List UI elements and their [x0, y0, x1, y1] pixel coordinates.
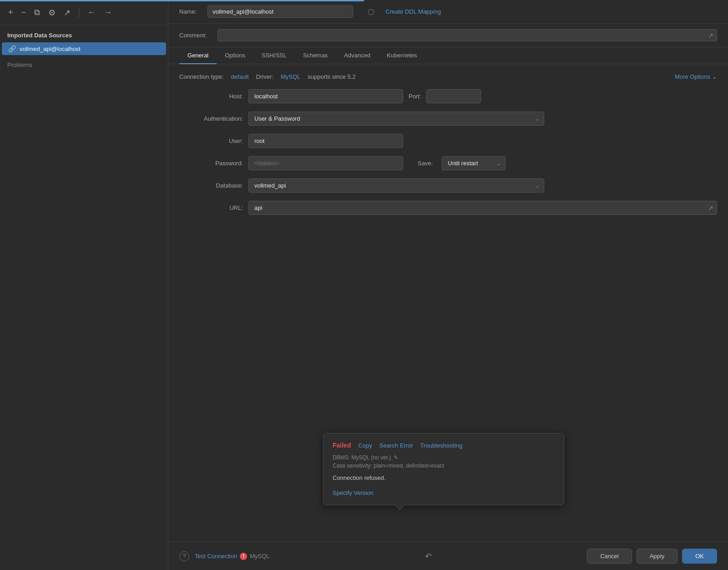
- driver-value[interactable]: MySQL: [281, 73, 300, 80]
- cancel-button[interactable]: Cancel: [587, 549, 632, 564]
- loading-bar: [0, 0, 364, 1]
- help-icon[interactable]: ?: [179, 551, 189, 561]
- port-label: Port:: [409, 93, 421, 100]
- test-connection-label: Test Connection: [195, 553, 237, 560]
- export-icon[interactable]: ↗: [62, 7, 72, 19]
- error-popup: Failed Copy Search Error Troubleshooting…: [323, 433, 564, 505]
- test-driver-label: MySQL: [250, 553, 269, 560]
- forward-icon[interactable]: →: [102, 7, 114, 18]
- test-connection-button[interactable]: Test Connection ! MySQL: [195, 553, 270, 560]
- connection-type-row: Connection type: default Driver: MySQL s…: [179, 73, 717, 80]
- back-icon[interactable]: ←: [86, 7, 97, 18]
- database-select-wrapper: vollmed_api ⌄: [248, 178, 544, 193]
- test-status-icon: !: [240, 553, 247, 560]
- topfields-row: Name: ◯ Create DDL Mapping: [168, 0, 728, 24]
- settings-icon[interactable]: ⚙: [46, 7, 57, 19]
- sidebar-item-label: vollmed_api@localhost: [20, 46, 81, 52]
- auth-label: Authentication:: [179, 115, 243, 122]
- tab-schemas[interactable]: Schemas: [295, 47, 336, 64]
- name-input[interactable]: [207, 5, 353, 18]
- database-select[interactable]: vollmed_api: [248, 178, 544, 193]
- url-input[interactable]: [248, 201, 717, 215]
- user-input[interactable]: [248, 134, 403, 148]
- copy-icon[interactable]: ⧉: [32, 7, 42, 18]
- url-expand-button[interactable]: ↗: [707, 204, 714, 213]
- sidebar-item-vollmed[interactable]: 🔗 vollmed_api@localhost: [2, 42, 166, 55]
- dbms-info: DBMS: MySQL (no ver.) ✎: [333, 454, 555, 461]
- edit-icon[interactable]: ✎: [394, 454, 398, 461]
- url-row: URL: ↗: [179, 201, 717, 215]
- host-field: Host: Port:: [179, 89, 717, 103]
- auth-select-wrapper: User & Password ⌄: [248, 112, 544, 126]
- bottom-bar: ? Test Connection ! MySQL ↶ Cancel Apply…: [168, 542, 728, 570]
- form-area: Connection type: default Driver: MySQL s…: [168, 64, 728, 542]
- host-label: Host:: [179, 93, 243, 100]
- create-ddl-link[interactable]: Create DDL Mapping: [385, 8, 441, 15]
- database-icon: 🔗: [8, 45, 16, 52]
- name-label: Name:: [179, 8, 197, 15]
- auth-select[interactable]: User & Password: [248, 112, 544, 126]
- tab-advanced[interactable]: Advanced: [336, 47, 379, 64]
- name-reset-icon[interactable]: ◯: [368, 8, 374, 15]
- error-header: Failed Copy Search Error Troubleshooting: [333, 442, 555, 449]
- main-content: Name: ◯ Create DDL Mapping Comment: ↗ Ge…: [168, 0, 728, 570]
- more-options-button[interactable]: More Options ⌄: [675, 73, 717, 80]
- driver-note: supports since 5.2: [308, 73, 356, 80]
- minus-icon[interactable]: −: [20, 7, 28, 18]
- apply-button[interactable]: Apply: [637, 549, 678, 564]
- search-error-button[interactable]: Search Error: [379, 442, 413, 449]
- comment-expand-button[interactable]: ↗: [707, 31, 714, 40]
- user-label: User:: [179, 137, 243, 144]
- sidebar-problems-label: Problems: [0, 55, 168, 75]
- chevron-down-icon: ⌄: [712, 73, 717, 80]
- sidebar: + − ⧉ ⚙ ↗ ← → Imported Data Sources 🔗 vo…: [0, 0, 168, 570]
- save-select[interactable]: Until restart: [442, 156, 506, 170]
- sidebar-toolbar: + − ⧉ ⚙ ↗ ← →: [0, 0, 168, 25]
- reload-icon[interactable]: ↶: [425, 551, 432, 561]
- failed-label: Failed: [333, 442, 351, 449]
- copy-error-button[interactable]: Copy: [358, 442, 372, 449]
- ok-button[interactable]: OK: [682, 549, 717, 564]
- specify-version-link[interactable]: Specify Version: [333, 489, 374, 496]
- port-input[interactable]: [426, 89, 481, 103]
- host-input[interactable]: [248, 89, 403, 103]
- troubleshooting-button[interactable]: Troubleshooting: [420, 442, 463, 449]
- connection-refused-msg: Connection refused.: [333, 474, 555, 481]
- add-icon[interactable]: +: [6, 7, 15, 18]
- action-buttons: Cancel Apply OK: [587, 549, 717, 564]
- sidebar-section-title: Imported Data Sources: [0, 25, 168, 42]
- case-sensitivity-info: Case sensitivity: plain=mixed, delimited…: [333, 463, 555, 469]
- database-field: Database: vollmed_api ⌄: [179, 178, 717, 193]
- tab-kubernetes[interactable]: Kubernetes: [379, 47, 425, 64]
- connection-type-label: Connection type:: [179, 73, 224, 80]
- user-field: User:: [179, 134, 717, 148]
- password-field: Password: Save: Until restart ⌄: [179, 156, 717, 170]
- tab-options[interactable]: Options: [217, 47, 253, 64]
- save-label: Save:: [418, 160, 433, 167]
- url-label: URL:: [179, 204, 243, 211]
- comment-row: Comment: ↗: [168, 24, 728, 47]
- save-select-wrapper: Until restart ⌄: [442, 156, 506, 170]
- auth-field: Authentication: User & Password ⌄: [179, 112, 717, 126]
- tab-ssh-ssl[interactable]: SSH/SSL: [253, 47, 295, 64]
- database-label: Database:: [179, 182, 243, 189]
- password-label: Password:: [179, 160, 243, 167]
- comment-input[interactable]: [217, 29, 717, 41]
- tabs-container: General Options SSH/SSL Schemas Advanced…: [168, 47, 728, 64]
- password-input[interactable]: [248, 156, 403, 170]
- connection-type-value[interactable]: default: [231, 73, 249, 80]
- tab-general[interactable]: General: [179, 47, 217, 64]
- driver-label: Driver:: [256, 73, 273, 80]
- comment-label: Comment:: [179, 32, 207, 39]
- toolbar-separator: [79, 8, 79, 17]
